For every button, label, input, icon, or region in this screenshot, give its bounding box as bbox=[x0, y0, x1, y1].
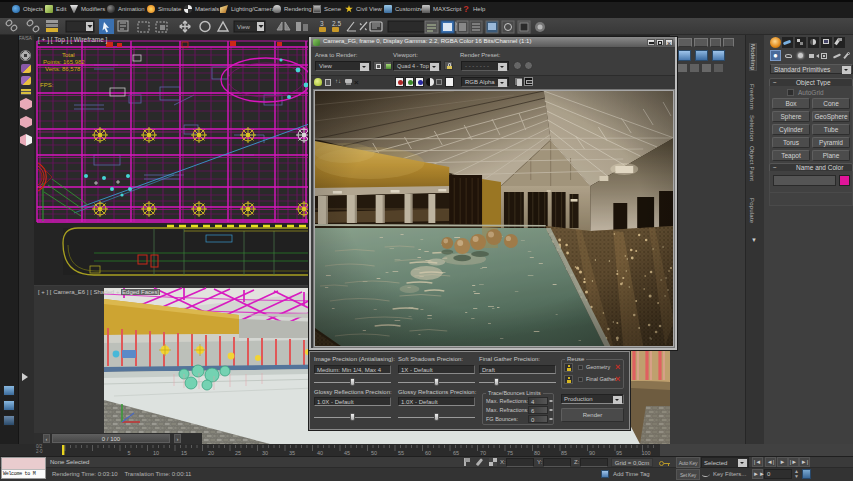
svg-text:View: View bbox=[237, 24, 251, 30]
svg-text:2.5: 2.5 bbox=[332, 20, 341, 27]
svg-text:3: 3 bbox=[320, 20, 324, 27]
